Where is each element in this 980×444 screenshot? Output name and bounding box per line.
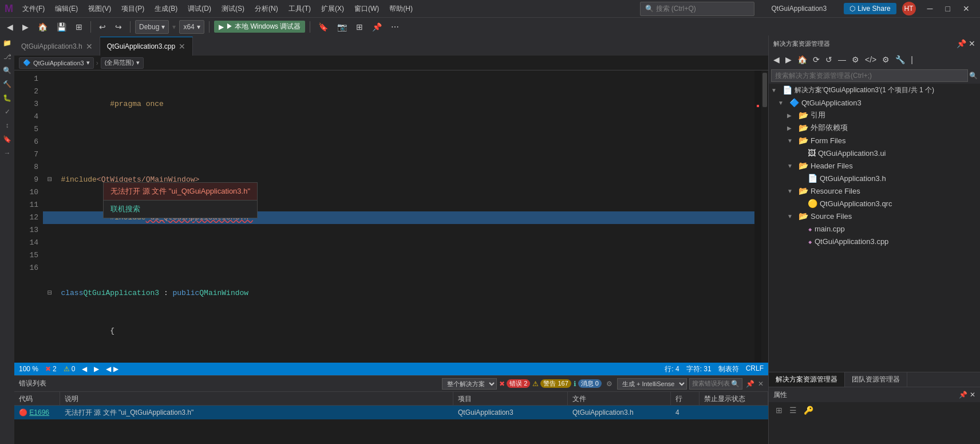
tree-references[interactable]: ▶ 📂 引用: [769, 109, 980, 121]
user-avatar[interactable]: HT: [902, 2, 916, 15]
se-collapse-icon[interactable]: —: [836, 54, 848, 65]
explorer-icon[interactable]: 📁: [2, 38, 13, 48]
se-fwd-icon[interactable]: ▶: [783, 54, 794, 65]
platform-dropdown[interactable]: x64 ▾: [179, 20, 204, 34]
home-btn[interactable]: 🏠: [34, 21, 51, 33]
source-control-icon[interactable]: ⎇: [2, 52, 13, 62]
close-properties-icon[interactable]: ✕: [970, 391, 975, 399]
menu-test[interactable]: 测试(S): [217, 2, 249, 16]
warning-indicator[interactable]: ⚠ 0: [64, 365, 76, 373]
se-pin2-icon[interactable]: |: [908, 54, 915, 65]
panel-collapse-icon[interactable]: ✕: [758, 380, 764, 388]
panel-pin-icon[interactable]: 📌: [746, 380, 754, 388]
tab-header-h[interactable]: QtGuiApplication3.h ✕: [14, 37, 100, 56]
tree-source-files[interactable]: ▼ 📂 Source Files: [769, 210, 980, 222]
scrollbar-thumb[interactable]: [762, 73, 767, 107]
global-search-box[interactable]: 🔍 搜索 (Ctrl+Q): [640, 2, 754, 16]
filter-icon[interactable]: ⚙: [606, 380, 612, 388]
tree-app-cpp[interactable]: ⬥ QtGuiApplication3.cpp: [769, 235, 980, 247]
minimize-button[interactable]: ─: [922, 2, 939, 15]
tab-team-explorer[interactable]: 团队资源管理器: [845, 372, 907, 387]
menu-project[interactable]: 项目(P): [117, 2, 149, 16]
close-panel-icon[interactable]: ✕: [969, 39, 975, 48]
menu-build[interactable]: 生成(B): [150, 2, 182, 16]
menu-window[interactable]: 窗口(W): [350, 2, 384, 16]
tree-solution[interactable]: ▼ 📄 解决方案'QtGuiApplication3'(1 个项目/共 1 个): [769, 84, 980, 96]
debug-config-dropdown[interactable]: Debug ▾: [135, 20, 169, 34]
pin-panel-icon[interactable]: 📌: [957, 39, 966, 48]
solution-search-icon[interactable]: 🔍: [969, 72, 978, 80]
error-code-link[interactable]: E1696: [29, 408, 49, 417]
zoom-indicator[interactable]: 100 %: [19, 365, 38, 373]
tree-external-deps[interactable]: ▶ 📂 外部依赖项: [769, 121, 980, 134]
tab-header-cpp[interactable]: QtGuiApplication3.cpp ✕: [100, 37, 193, 56]
undo-btn[interactable]: ↩: [96, 21, 109, 33]
se-filter-icon[interactable]: ⚙: [849, 54, 862, 65]
maximize-button[interactable]: □: [940, 2, 956, 15]
tree-form-files[interactable]: ▼ 📂 Form Files: [769, 134, 980, 147]
tab-close-cpp[interactable]: ✕: [179, 42, 185, 51]
git-icon[interactable]: ↕: [2, 120, 13, 131]
layout-btn[interactable]: ⊞: [353, 21, 366, 33]
menu-debug[interactable]: 调试(D): [183, 2, 216, 16]
tab-close-h[interactable]: ✕: [86, 42, 93, 51]
editor-scrollbar[interactable]: [761, 70, 768, 363]
arrow-icon[interactable]: →: [2, 148, 13, 158]
test-icon[interactable]: ✓: [2, 107, 13, 117]
se-home-icon[interactable]: 🏠: [795, 54, 809, 65]
save-all-btn[interactable]: ⊞: [72, 21, 86, 33]
tooltip-action-search[interactable]: 联机搜索: [104, 201, 257, 218]
pin-properties-icon[interactable]: 📌: [959, 391, 967, 399]
se-settings-icon[interactable]: ⚙: [880, 54, 892, 65]
nav-next[interactable]: ▶: [94, 365, 99, 373]
prop-grid-icon[interactable]: ⊞: [773, 404, 785, 416]
prop-list-icon[interactable]: ☰: [787, 404, 799, 416]
se-refresh-icon[interactable]: ↺: [823, 54, 835, 65]
tree-qrc-file[interactable]: 🟡 QtGuiApplication3.qrc: [769, 197, 980, 210]
solution-search-input[interactable]: [771, 69, 968, 82]
tree-header-files[interactable]: ▼ 📂 Header Files: [769, 159, 980, 172]
fwd-btn[interactable]: ▶: [19, 21, 32, 33]
bookmark-btn[interactable]: 🔖: [315, 21, 331, 33]
menu-help[interactable]: 帮助(H): [385, 2, 417, 16]
tree-project[interactable]: ▼ 🔷 QtGuiApplication3: [769, 96, 980, 109]
prop-key-icon[interactable]: 🔑: [801, 404, 816, 416]
run-debug-button[interactable]: ▶ ▶ 本地 Windows 调试器: [214, 21, 306, 33]
nav-arrows[interactable]: ◀ ▶: [106, 365, 118, 373]
message-count-badge[interactable]: ℹ 消息 0: [574, 379, 602, 388]
menu-edit[interactable]: 编辑(E): [50, 2, 82, 16]
screenshot-btn[interactable]: 📷: [334, 21, 350, 33]
menu-file[interactable]: 文件(F): [18, 2, 49, 16]
breadcrumb-scope[interactable]: (全局范围) ▾: [101, 57, 144, 69]
error-count-badge[interactable]: ✖ 错误 2: [499, 379, 530, 388]
tree-ui-file[interactable]: 🖼 QtGuiApplication3.ui: [769, 147, 980, 159]
menu-tools[interactable]: 工具(T): [284, 2, 315, 16]
code-editor[interactable]: 1 2 3 4 5 6 7 8 9 10 11 12 13 14 15 16 #…: [14, 70, 768, 363]
build-icon[interactable]: 🔨: [2, 79, 13, 89]
menu-view[interactable]: 视图(V): [84, 2, 116, 16]
menu-analyze[interactable]: 分析(N): [250, 2, 283, 16]
tree-h-file[interactable]: 📄 QtGuiApplication3.h: [769, 172, 980, 184]
tree-main-cpp[interactable]: ⬥ main.cpp: [769, 222, 980, 235]
error-row-1[interactable]: 🔴 E1696 无法打开 源 文件 "ui_QtGuiApplication3.…: [14, 406, 768, 419]
debug-icon[interactable]: 🐛: [2, 93, 13, 103]
error-search-box[interactable]: 搜索错误列表 🔍: [689, 378, 742, 390]
error-indicator[interactable]: ✖ 2: [45, 365, 57, 373]
search-icon[interactable]: 🔍: [2, 65, 13, 76]
tree-resource-files[interactable]: ▼ 📂 Resource Files: [769, 184, 980, 197]
tab-solution-explorer[interactable]: 解决方案资源管理器: [769, 372, 845, 387]
live-share-button[interactable]: ⬡ Live Share: [844, 3, 896, 14]
bookmark-sidebar-icon[interactable]: 🔖: [2, 134, 13, 144]
se-wrench-icon[interactable]: 🔧: [893, 54, 907, 65]
build-filter-dropdown[interactable]: 生成 + IntelliSense: [617, 378, 687, 390]
more-btn[interactable]: ⋯: [388, 21, 402, 33]
se-sync-icon[interactable]: ⟳: [811, 54, 822, 65]
pin-btn[interactable]: 📌: [369, 21, 385, 33]
breadcrumb-project[interactable]: 🔷 QtGuiApplication3 ▾: [19, 57, 94, 69]
warning-count-badge[interactable]: ⚠ 警告 167: [532, 379, 571, 388]
nav-prev[interactable]: ◀: [82, 365, 87, 373]
redo-btn[interactable]: ↪: [112, 21, 125, 33]
back-btn[interactable]: ◀: [3, 21, 17, 33]
save-btn[interactable]: 💾: [53, 21, 70, 33]
close-button[interactable]: ✕: [957, 2, 975, 15]
